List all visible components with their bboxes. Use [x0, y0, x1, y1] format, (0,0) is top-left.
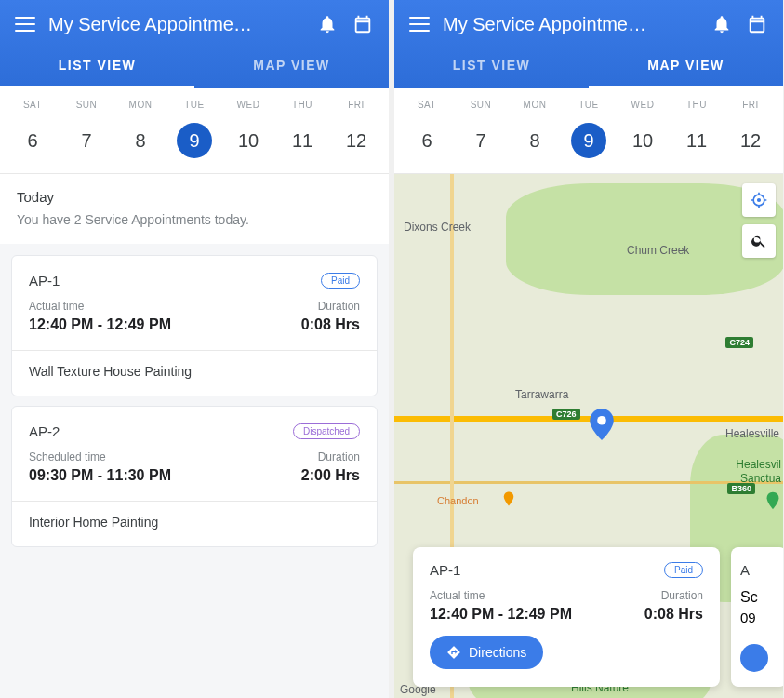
date-strip: SAT6 SUN7 MON8 TUE9 WED10 THU11 FRI12 [394, 88, 783, 174]
status-badge: Paid [664, 562, 703, 578]
day-thu[interactable]: THU11 [670, 100, 724, 158]
map-canvas[interactable]: Dixons Creek Chum Creek Tarrawarra Heale… [394, 174, 783, 698]
svg-point-0 [597, 416, 606, 425]
time-label: Actual time [430, 589, 572, 602]
appointment-card-2[interactable]: AP-2 Dispatched Scheduled time09:30 PM -… [11, 406, 378, 547]
status-badge: Paid [321, 273, 360, 289]
date-strip: SAT6 SUN7 MON8 TUE9 WED10 THU11 FRI12 [0, 88, 389, 174]
appointment-id: AP-1 [29, 273, 60, 289]
view-tabs: LIST VIEW MAP VIEW [0, 45, 389, 88]
tab-map-view[interactable]: MAP VIEW [194, 45, 389, 88]
time-value: 12:40 PM - 12:49 PM [430, 606, 572, 623]
map-poi-label: Chandon [437, 495, 479, 506]
appointment-id: A [740, 562, 777, 578]
calendar-icon[interactable] [746, 13, 768, 35]
bell-icon[interactable] [711, 13, 733, 35]
duration-label: Duration [301, 300, 360, 313]
map-town-label: Tarrawarra [515, 388, 568, 401]
view-tabs: LIST VIEW MAP VIEW [394, 45, 783, 88]
time-value: 09 [740, 610, 777, 625]
day-fri[interactable]: FRI12 [329, 100, 383, 158]
day-mon[interactable]: MON8 [113, 100, 167, 158]
bell-icon[interactable] [316, 13, 339, 35]
day-wed[interactable]: WED10 [221, 100, 275, 158]
page-title: My Service Appointme… [48, 14, 303, 35]
locate-me-icon[interactable] [742, 183, 776, 217]
duration-label: Duration [301, 450, 360, 463]
zoom-icon[interactable] [742, 224, 776, 258]
duration-value: 0:08 Hrs [301, 316, 360, 333]
day-tue[interactable]: TUE9 [167, 100, 221, 158]
duration-label: Duration [644, 589, 703, 602]
day-sat[interactable]: SAT6 [400, 100, 454, 158]
map-town-label: Dixons Creek [404, 221, 471, 234]
day-mon[interactable]: MON8 [508, 100, 562, 158]
route-shield: B360 [727, 483, 755, 494]
menu-icon[interactable] [409, 17, 430, 32]
day-sat[interactable]: SAT6 [6, 100, 60, 158]
menu-icon[interactable] [15, 17, 35, 32]
time-value: 12:40 PM - 12:49 PM [29, 316, 171, 333]
map-town-label: Chum Creek [627, 244, 689, 257]
today-subtitle: You have 2 Service Appointments today. [17, 212, 372, 227]
directions-button-peek[interactable] [740, 644, 768, 672]
appointment-id: AP-1 [430, 562, 460, 578]
map-poi-icon [500, 490, 517, 507]
map-poi-icon [763, 490, 783, 511]
calendar-icon[interactable] [352, 13, 374, 35]
map-card-carousel[interactable]: AP-1 Paid Actual time12:40 PM - 12:49 PM… [413, 547, 783, 687]
appointment-card-1[interactable]: AP-1 Paid Actual time12:40 PM - 12:49 PM… [11, 255, 378, 396]
status-badge: Dispatched [293, 423, 360, 439]
svg-point-2 [757, 198, 761, 202]
day-sun[interactable]: SUN7 [60, 100, 113, 158]
route-shield: C726 [552, 409, 580, 420]
day-thu[interactable]: THU11 [275, 100, 329, 158]
header: My Service Appointme… LIST VIEW MAP VIEW [0, 0, 389, 88]
duration-value: 2:00 Hrs [301, 467, 360, 484]
appointment-description: Wall Texture House Painting [29, 364, 360, 379]
map-pin-icon[interactable] [590, 409, 614, 440]
map-town-label: Healesvil [736, 458, 781, 471]
divider [12, 350, 377, 351]
appointment-id: AP-2 [29, 423, 60, 439]
appointment-description: Interior Home Painting [29, 515, 360, 530]
time-label: Sc [740, 589, 777, 606]
page-title: My Service Appointme… [443, 14, 698, 35]
map-appointment-card-2-peek[interactable]: A Sc 09 [731, 547, 783, 687]
route-shield: C724 [725, 337, 753, 348]
time-label: Scheduled time [29, 450, 171, 463]
directions-label: Directions [469, 645, 526, 660]
today-title: Today [17, 189, 372, 205]
phone-list-view: My Service Appointme… LIST VIEW MAP VIEW… [0, 0, 389, 698]
tab-list-view[interactable]: LIST VIEW [394, 45, 589, 88]
directions-button[interactable]: Directions [430, 636, 543, 669]
header: My Service Appointme… LIST VIEW MAP VIEW [394, 0, 783, 88]
divider [12, 501, 377, 502]
map-appointment-card-1[interactable]: AP-1 Paid Actual time12:40 PM - 12:49 PM… [413, 547, 720, 687]
list-body: Today You have 2 Service Appointments to… [0, 174, 389, 698]
time-label: Actual time [29, 300, 171, 313]
day-tue[interactable]: TUE9 [562, 100, 616, 158]
time-value: 09:30 PM - 11:30 PM [29, 467, 171, 484]
day-fri[interactable]: FRI12 [724, 100, 777, 158]
day-wed[interactable]: WED10 [616, 100, 670, 158]
phone-map-view: My Service Appointme… LIST VIEW MAP VIEW… [394, 0, 783, 698]
tab-list-view[interactable]: LIST VIEW [0, 45, 194, 88]
topbar: My Service Appointme… [0, 0, 389, 45]
topbar: My Service Appointme… [394, 0, 783, 45]
map-town-label: Healesville [725, 427, 779, 440]
duration-value: 0:08 Hrs [644, 606, 703, 623]
today-summary: Today You have 2 Service Appointments to… [0, 174, 389, 244]
tab-map-view[interactable]: MAP VIEW [589, 45, 783, 88]
day-sun[interactable]: SUN7 [454, 100, 508, 158]
